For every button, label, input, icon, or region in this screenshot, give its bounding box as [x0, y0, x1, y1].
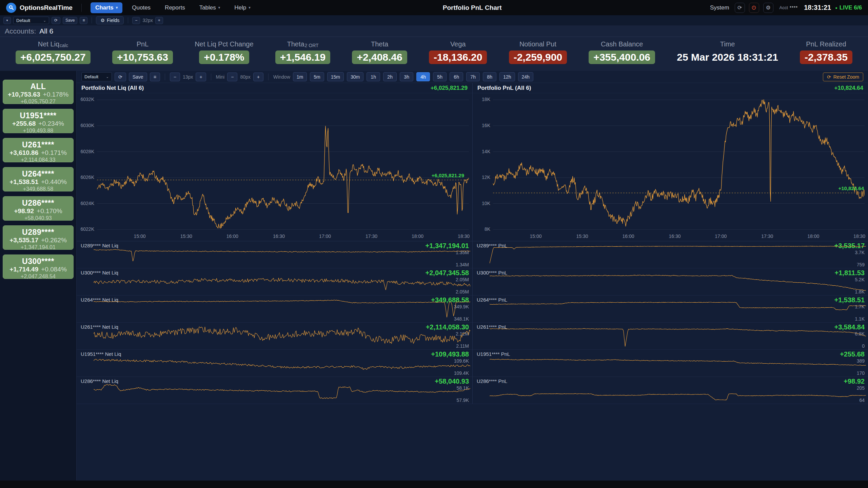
nav-item-tables[interactable]: Tables▾ [195, 2, 225, 13]
account-button-u289[interactable]: U289****+3,535.17+0.262%+1,347,194.01 [3, 225, 74, 250]
layout-dropdown-toggle[interactable]: ▾ [3, 17, 11, 24]
live-label: LIVE 6/6 [840, 4, 862, 11]
nav-item-quotes[interactable]: Quotes [127, 2, 155, 13]
u286-pnl-plot-area[interactable] [490, 380, 866, 402]
u261-pnl-plot-area[interactable] [490, 325, 866, 347]
account-name: U1951**** [3, 111, 73, 120]
account-name: U289**** [3, 228, 73, 237]
u289-netliq-plot-area[interactable] [94, 244, 470, 266]
gear-icon: ⚙ [766, 4, 770, 11]
live-dot-icon: ● [835, 6, 837, 10]
font-size-increase-button[interactable]: + [155, 17, 163, 24]
stat-vega: Vega-18,136.20 [429, 40, 487, 71]
refresh-button[interactable]: ⟳ [735, 3, 745, 13]
account-netliq: +109,493.88 [3, 127, 73, 134]
mini-height-increase-button[interactable]: + [253, 73, 263, 81]
timeframe-12h[interactable]: 12h [499, 72, 515, 81]
netliq-plot-area[interactable] [97, 96, 469, 231]
nav-item-help[interactable]: Help▾ [230, 2, 255, 13]
mini-chart-u286-pnl: U286**** PnL+98.9220564 [473, 377, 868, 404]
mini-height-value: 80px [240, 74, 250, 80]
u1951-pnl-plot-area[interactable] [490, 352, 866, 374]
chart-font-decrease-button[interactable]: − [170, 73, 180, 81]
x-axis-tick: 15:30 [576, 233, 588, 239]
current-value-label: +6,025,821.29 [432, 172, 464, 178]
u264-pnl-chart [490, 298, 866, 320]
y-axis-tick: 6030K [77, 123, 94, 128]
timeframe-7h[interactable]: 7h [466, 72, 480, 81]
timeframe-1m[interactable]: 1m [293, 72, 307, 81]
timeframe-1h[interactable]: 1h [367, 72, 380, 81]
chart-save-button[interactable]: Save [129, 73, 147, 81]
font-size-value: 32px [142, 18, 153, 23]
u261-netliq-line [94, 327, 470, 344]
account-button-all[interactable]: ALL+10,753.63+0.178%+6,025,750.27 [3, 80, 74, 104]
pnl-plot-area[interactable] [493, 96, 865, 231]
chart-font-increase-button[interactable]: + [196, 73, 206, 81]
u264-pnl-plot-area[interactable] [490, 298, 866, 320]
u289-pnl-plot-area[interactable] [490, 244, 866, 266]
timeframe-3h[interactable]: 3h [400, 72, 413, 81]
timeframe-5m[interactable]: 5m [310, 72, 324, 81]
account-pct: +0.170% [37, 207, 62, 215]
u300-netliq-line [94, 278, 470, 290]
nav-right-cluster: System ⟳ ⚙ Acct **** 18:31:21 ● LIVE 6/6 [710, 3, 862, 13]
nav-item-reports[interactable]: Reports [160, 2, 190, 13]
u289-netliq-line [94, 249, 470, 261]
chart-header: Portfolio PnL (All 6) +10,824.64 [473, 83, 868, 93]
u289-pnl-line [490, 246, 866, 263]
font-size-decrease-button[interactable]: − [132, 17, 140, 24]
stat-label: PnL Realized [800, 40, 852, 48]
chart-preset-select[interactable]: Default ⌄ [81, 72, 112, 81]
timeframe-24h[interactable]: 24h [518, 72, 533, 81]
account-pct: +0.234% [38, 120, 64, 127]
mini-height-decrease-button[interactable]: − [227, 73, 237, 81]
power-button[interactable] [749, 3, 759, 13]
x-axis-tick: 18:30 [458, 233, 470, 239]
u261-netliq-plot-area[interactable] [94, 325, 470, 347]
account-button-u286[interactable]: U286****+98.92+0.170%+58,040.93 [3, 196, 74, 221]
timeframe-4h[interactable]: 4h [416, 72, 430, 81]
account-button-u300[interactable]: U300****+1,714.49+0.084%+2,047,248.54 [3, 255, 74, 279]
mini-chart-u261-pnl: U261**** PnL+3,584.846.8K0 [473, 323, 868, 350]
account-button-u261[interactable]: U261****+3,610.86+0.171%+2,114,084.33 [3, 138, 74, 162]
layout-menu-button[interactable]: ≡ [80, 17, 87, 24]
u1951-netliq-plot-area[interactable] [94, 352, 470, 374]
chart-refresh-button[interactable]: ⟳ [115, 73, 126, 81]
reset-zoom-button[interactable]: ⟳ Reset Zoom [823, 73, 863, 81]
account-button-u1951[interactable]: U1951****+255.68+0.234%+109,493.88 [3, 109, 74, 133]
toolbar-separator [92, 17, 92, 23]
u300-pnl-plot-area[interactable] [490, 271, 866, 293]
layout-preset-select[interactable]: Default ⌄ [13, 17, 49, 24]
u300-netliq-plot-area[interactable] [94, 271, 470, 293]
account-netliq: +2,047,248.54 [3, 273, 73, 280]
u286-netliq-chart [94, 380, 470, 402]
u264-netliq-plot-area[interactable] [94, 298, 470, 320]
y-axis-tick: 6026K [77, 175, 94, 180]
chart-header-value: +10,824.64 [834, 85, 863, 92]
timeframe-2h[interactable]: 2h [383, 72, 397, 81]
u264-pnl-line [490, 302, 866, 310]
timeframe-30m[interactable]: 30m [347, 72, 363, 81]
fields-button[interactable]: ⚙ Fields [96, 16, 124, 24]
timeframe-6h[interactable]: 6h [450, 72, 463, 81]
chevron-down-icon: ⌄ [106, 75, 109, 79]
mini-chart-u264-pnl: U264**** PnL+1,538.511.7K1.1K [473, 296, 868, 323]
layout-save-button[interactable]: Save [63, 17, 77, 24]
timeframe-15m[interactable]: 15m [327, 72, 344, 81]
account-name: ALL [3, 82, 73, 91]
settings-button[interactable]: ⚙ [763, 3, 773, 13]
timeframe-8h[interactable]: 8h [483, 72, 496, 81]
y-axis-tick: 6028K [77, 149, 94, 154]
stat-value: +0.178% [199, 50, 249, 64]
layout-refresh-button[interactable]: ⟳ [52, 17, 60, 24]
stat-label: Theta2 ORT [275, 40, 330, 48]
y-axis-tick: 6022K [77, 226, 94, 232]
nav-item-charts[interactable]: Charts▾ [91, 2, 122, 13]
chart-menu-button[interactable]: ≡ [150, 73, 160, 81]
u286-netliq-plot-area[interactable] [94, 380, 470, 402]
account-button-u264[interactable]: U264****+1,538.51+0.440%+349,688.58 [3, 167, 74, 191]
timeframe-5h[interactable]: 5h [433, 72, 447, 81]
account-chip: Acct **** [780, 5, 798, 10]
system-menu[interactable]: System [710, 4, 729, 11]
